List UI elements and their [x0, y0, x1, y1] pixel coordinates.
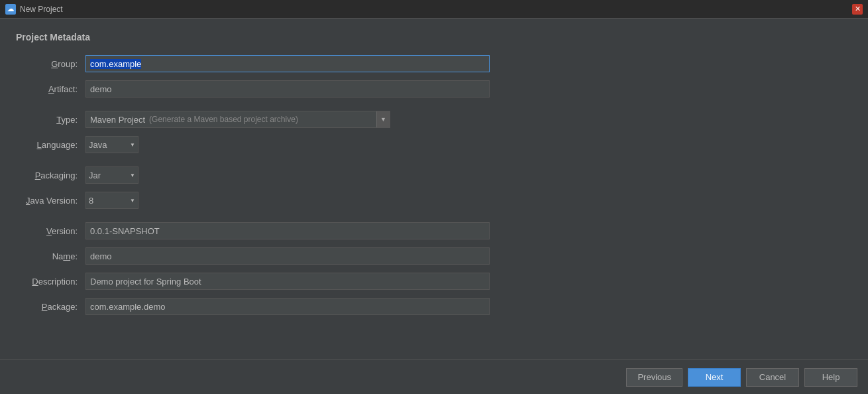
- packaging-select-wrapper[interactable]: Jar War: [85, 166, 138, 184]
- previous-button[interactable]: Previous: [626, 368, 682, 387]
- type-row: Type: Maven Project (Generate a Maven ba…: [16, 110, 852, 129]
- java-version-select-wrapper[interactable]: 8 11 17 21: [85, 192, 138, 209]
- help-button[interactable]: Help: [804, 368, 857, 387]
- version-row: Version:: [16, 222, 852, 240]
- java-version-select[interactable]: 8 11 17 21: [85, 192, 138, 209]
- packaging-select[interactable]: Jar War: [85, 166, 138, 184]
- language-label: Language:: [16, 140, 85, 150]
- footer: Previous Next Cancel Help: [0, 360, 868, 394]
- type-select-description: (Generate a Maven based project archive): [149, 115, 298, 124]
- artifact-input[interactable]: [85, 80, 490, 98]
- artifact-row: Artifact:: [16, 80, 852, 98]
- section-title: Project Metadata: [16, 32, 852, 42]
- description-input[interactable]: [85, 273, 490, 290]
- java-version-label: Java Version:: [16, 196, 85, 206]
- type-select-wrapper[interactable]: Maven Project (Generate a Maven based pr…: [85, 111, 390, 128]
- packaging-row: Packaging: Jar War: [16, 166, 852, 184]
- title-bar-icon: ☁: [5, 4, 16, 15]
- title-bar: ☁ New Project ✕: [0, 0, 868, 19]
- version-input[interactable]: [85, 222, 490, 239]
- type-dropdown-arrow[interactable]: ▼: [376, 111, 390, 127]
- packaging-label: Packaging:: [16, 170, 85, 180]
- type-select-value: Maven Project: [86, 115, 149, 125]
- cancel-button[interactable]: Cancel: [746, 368, 799, 387]
- title-bar-text: New Project: [20, 5, 848, 14]
- language-row: Language: Java Kotlin Groovy: [16, 135, 852, 154]
- package-row: Package:: [16, 297, 852, 316]
- type-label: Type:: [16, 115, 85, 125]
- package-label: Package:: [16, 302, 85, 312]
- name-label: Name:: [16, 251, 85, 261]
- java-version-row: Java Version: 8 11 17 21: [16, 191, 852, 210]
- name-row: Name:: [16, 247, 852, 265]
- artifact-label: Artifact:: [16, 84, 85, 94]
- description-row: Description:: [16, 272, 852, 291]
- language-select[interactable]: Java Kotlin Groovy: [85, 136, 138, 153]
- close-button[interactable]: ✕: [852, 4, 863, 15]
- name-input[interactable]: [85, 247, 490, 265]
- group-row: Group:: [16, 54, 852, 73]
- group-label: Group:: [16, 59, 85, 69]
- group-input[interactable]: [85, 55, 490, 72]
- package-input[interactable]: [85, 298, 490, 315]
- version-label: Version:: [16, 226, 85, 236]
- next-button[interactable]: Next: [688, 368, 741, 387]
- language-select-wrapper[interactable]: Java Kotlin Groovy: [85, 136, 138, 153]
- description-label: Description:: [16, 277, 85, 287]
